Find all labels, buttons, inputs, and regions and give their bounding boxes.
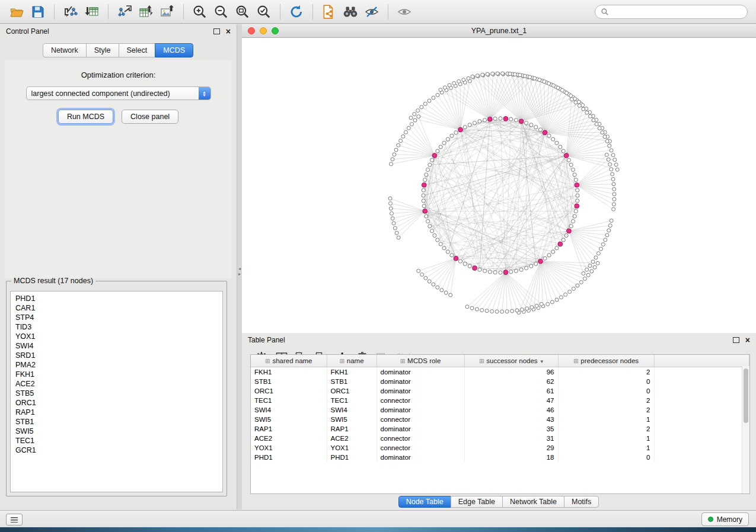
save-session-button[interactable] (27, 2, 49, 21)
mcds-result-item[interactable]: SWI5 (15, 427, 222, 436)
import-network-button[interactable] (60, 2, 81, 21)
refresh-icon (289, 4, 304, 20)
mcds-result-item[interactable]: YOX1 (15, 332, 222, 341)
table-row[interactable]: YOX1YOX1connector291 (251, 443, 749, 453)
mcds-result-item[interactable]: STB1 (15, 417, 222, 427)
table-cell: 2 (558, 405, 654, 415)
table-cell: 1 (558, 415, 654, 424)
zoom-out-button[interactable] (210, 2, 232, 21)
tab-edge-table[interactable]: Edge Table (451, 496, 503, 508)
tab-select[interactable]: Select (119, 43, 156, 57)
import-table-button[interactable] (81, 2, 103, 21)
table-cell: TEC1 (251, 396, 327, 405)
mcds-result-item[interactable]: FKH1 (15, 370, 222, 379)
table-row[interactable]: FKH1FKH1dominator962 (251, 367, 749, 377)
share-document-button[interactable] (318, 2, 340, 21)
table-cell: dominator (377, 386, 464, 396)
show-details-button[interactable] (394, 2, 415, 21)
zoom-selected-button[interactable] (253, 2, 275, 21)
run-mcds-button[interactable]: Run MCDS (58, 110, 113, 124)
mcds-result-item[interactable]: SRD1 (15, 351, 222, 360)
table-row[interactable]: ACE2ACE2connector311 (251, 434, 749, 443)
table-panel: Table Panel × (242, 333, 756, 509)
tab-network[interactable]: Network (43, 43, 87, 57)
mcds-result-group: MCDS result (17 nodes) PHD1CAR1STP4TID3Y… (6, 277, 227, 496)
export-table-button[interactable] (135, 2, 157, 21)
export-network-button[interactable] (114, 2, 135, 21)
table-row[interactable]: SWI4SWI4dominator462 (251, 405, 749, 415)
mcds-result-item[interactable]: PMA2 (15, 360, 222, 370)
toolbar-separator (312, 4, 313, 20)
mcds-result-item[interactable]: GCR1 (15, 446, 222, 455)
share-document-icon (321, 4, 337, 20)
table-cell: 96 (464, 367, 558, 377)
open-session-button[interactable] (6, 2, 27, 21)
table-cell: dominator (377, 377, 464, 386)
table-row[interactable]: PHD1PHD1dominator180 (251, 453, 749, 462)
network-graph[interactable] (242, 38, 756, 333)
splitter-arrows-icon[interactable]: ◂▸ (237, 266, 242, 277)
column-header-successor-nodes[interactable]: ⊞successor nodes▾ (464, 355, 558, 367)
table-row[interactable]: TEC1TEC1connector472 (251, 396, 749, 405)
network-search-field[interactable] (595, 5, 748, 19)
optimization-criterion-select[interactable]: largest connected component (undirected)… (26, 86, 211, 100)
zoom-in-button[interactable] (189, 2, 210, 21)
mcds-result-item[interactable]: STP4 (15, 313, 222, 322)
float-panel-icon[interactable] (213, 28, 220, 34)
control-panel-header: Control Panel × (0, 24, 237, 39)
table-row[interactable]: ORC1ORC1dominator610 (251, 386, 749, 396)
mcds-result-item[interactable]: STB5 (15, 389, 222, 398)
network-canvas[interactable] (242, 38, 756, 333)
table-scrollbar[interactable] (742, 366, 749, 493)
tab-mcds[interactable]: MCDS (155, 43, 193, 57)
table-row[interactable]: RAP1RAP1dominator352 (251, 424, 749, 434)
mcds-result-item[interactable]: ORC1 (15, 398, 222, 408)
tab-node-table[interactable]: Node Table (398, 496, 451, 508)
table-row[interactable]: SWI5SWI5connector431 (251, 415, 749, 424)
panel-splitter[interactable]: ◂▸ (237, 24, 242, 509)
table-cell: 1 (558, 434, 654, 443)
search-input[interactable] (612, 7, 747, 17)
memory-label: Memory (717, 515, 742, 524)
float-panel-icon[interactable] (733, 337, 739, 343)
table-row[interactable]: STB1STB1dominator620 (251, 377, 749, 386)
close-panel-icon[interactable]: × (226, 27, 231, 36)
mcds-result-item[interactable]: RAP1 (15, 408, 222, 417)
column-header-name[interactable]: ⊞name (327, 355, 377, 367)
close-panel-icon[interactable]: × (745, 336, 750, 344)
mcds-result-item[interactable]: SWI4 (15, 341, 222, 351)
mcds-result-item[interactable]: TID3 (15, 322, 222, 332)
right-column: YPA_prune.txt_1 Table Panel × (242, 24, 756, 509)
table-scrollbar-thumb[interactable] (744, 368, 748, 423)
close-window-button[interactable] (248, 27, 255, 34)
table-panel-header: Table Panel × (242, 333, 756, 347)
style-visibility-button[interactable] (361, 2, 382, 21)
control-panel: Control Panel × NetworkStyleSelectMCDS O… (0, 24, 237, 509)
zoom-window-button[interactable] (272, 27, 279, 34)
open-folder-icon (9, 5, 24, 19)
column-header-mcds-role[interactable]: ⊞MCDS role (377, 355, 464, 367)
table-cell: dominator (377, 367, 464, 377)
column-header-shared-name[interactable]: ⊞shared name (251, 355, 327, 367)
export-image-button[interactable] (157, 2, 178, 21)
network-window-titlebar[interactable]: YPA_prune.txt_1 (242, 24, 756, 38)
table-cell: ORC1 (327, 386, 377, 396)
column-header-predecessor-nodes[interactable]: ⊞predecessor nodes (558, 355, 654, 367)
search-network-button[interactable] (340, 2, 361, 21)
table-cell: RAP1 (327, 424, 377, 434)
mcds-result-item[interactable]: PHD1 (15, 294, 222, 303)
refresh-button[interactable] (286, 2, 307, 21)
zoom-fit-button[interactable] (232, 2, 253, 21)
mcds-result-item[interactable]: CAR1 (15, 303, 222, 313)
tab-style[interactable]: Style (86, 43, 119, 57)
minimize-window-button[interactable] (260, 27, 267, 34)
tab-motifs[interactable]: Motifs (564, 496, 599, 508)
memory-button[interactable]: Memory (701, 512, 749, 526)
table-header-row: ⊞shared name ⊞name ⊞MCDS role ⊞successor… (251, 355, 749, 367)
tab-network-table[interactable]: Network Table (502, 496, 564, 508)
mcds-result-item[interactable]: TEC1 (15, 436, 222, 446)
close-panel-button[interactable]: Close panel (122, 110, 178, 124)
mcds-result-item[interactable]: ACE2 (15, 379, 222, 389)
mcds-result-list: PHD1CAR1STP4TID3YOX1SWI4SRD1PMA2FKH1ACE2… (10, 291, 223, 492)
panel-menu-button[interactable] (6, 514, 23, 525)
